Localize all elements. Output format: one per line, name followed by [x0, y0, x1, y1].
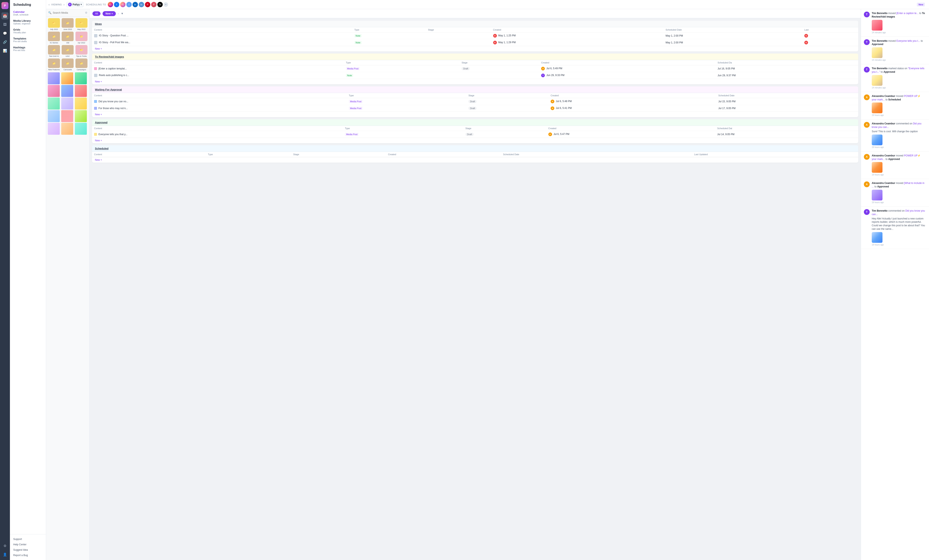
activity-thumb[interactable]: [872, 47, 883, 58]
table-row[interactable]: Reels auto publishing is c... Note T Jun…: [92, 72, 858, 79]
folder-campaigns[interactable]: 📁 Campaigns: [75, 58, 88, 71]
nav-icon-link[interactable]: 🔗: [2, 38, 8, 46]
top-bar: ‹ VIEWING › P Pallyy ▾ SCHEDULING TO IG …: [46, 0, 929, 9]
media-thumb[interactable]: [61, 123, 73, 135]
media-thumb[interactable]: [48, 110, 60, 122]
sidebar-item-media-library[interactable]: Media Library Upload, organize: [10, 18, 46, 26]
sidebar-item-templates[interactable]: Templates Pre-set drafts: [10, 35, 46, 44]
icon-sidebar: P 📅 🖼 💬 🔗 📊 ⚙ 👤: [0, 0, 10, 560]
row-thumb: [94, 133, 97, 136]
new-post-button[interactable]: New +: [103, 11, 116, 16]
row-avatar: A: [550, 106, 554, 110]
new-approved-row-button[interactable]: New +: [92, 138, 858, 143]
activity-target[interactable]: [Enter a caption te...: [896, 12, 918, 15]
activity-thumb[interactable]: [872, 75, 883, 86]
add-social-button[interactable]: +: [164, 2, 168, 7]
table-row[interactable]: [Enter a caption templat... Media Post D…: [92, 65, 858, 72]
nav-icon-settings[interactable]: ⚙: [2, 542, 8, 549]
activity-target[interactable]: Everyone tells you t...: [896, 40, 920, 42]
sidebar-support[interactable]: Support: [10, 536, 46, 542]
media-thumb[interactable]: [48, 123, 60, 135]
folder-new-features[interactable]: 📁 New Features: [48, 58, 60, 71]
sidebar-item-calendar[interactable]: Calendar Draft, schedule: [10, 9, 46, 18]
sidebar-item-grids[interactable]: Grids Visually plan: [10, 26, 46, 35]
row-scheduled: Jul 16, 9:05 PM: [716, 65, 858, 72]
activity-thumb[interactable]: [872, 103, 883, 113]
media-settings-icon[interactable]: ⚙: [85, 11, 87, 14]
sidebar-item-hashtags[interactable]: Hashtags Pre-set lists: [10, 44, 46, 53]
new-review-row-button[interactable]: New +: [92, 79, 858, 84]
table-row[interactable]: Everyone tells you that y... Media Post …: [92, 131, 858, 138]
folder-old[interactable]: 📁 Old: [61, 32, 74, 44]
folder-june-2022[interactable]: 📁 June 2022: [61, 18, 74, 31]
media-thumb[interactable]: [61, 85, 73, 97]
folder-test-grid[interactable]: 📁 Test Grid #1: [48, 45, 60, 57]
brand-selector[interactable]: P Pallyy ▾: [66, 2, 84, 7]
media-thumb[interactable]: [75, 85, 87, 97]
social-icon-linkedin[interactable]: in: [133, 2, 138, 7]
social-icon-facebook[interactable]: f: [114, 2, 119, 7]
section-title-review[interactable]: To Review/Add images: [95, 55, 124, 58]
section-title-scheduled[interactable]: Scheduled: [95, 147, 109, 150]
folder-tips-tricks[interactable]: 📁 Tips & Tricks: [75, 45, 88, 57]
new-waiting-row-button[interactable]: New +: [92, 112, 858, 117]
social-icon-tiktok[interactable]: Tk: [157, 2, 163, 7]
col-created: Created: [546, 126, 715, 131]
section-title-waiting[interactable]: Waiting For Approval: [95, 88, 122, 91]
nav-forward-button[interactable]: ›: [63, 3, 64, 6]
new-ideas-row-button[interactable]: New +: [92, 46, 858, 52]
filter-all[interactable]: All: [92, 11, 101, 16]
media-thumb[interactable]: [75, 110, 87, 122]
social-icon-instagram-2[interactable]: IG: [120, 2, 126, 7]
nav-icon-analytics[interactable]: 📊: [2, 47, 8, 54]
media-thumb[interactable]: [75, 123, 87, 135]
media-thumb[interactable]: [48, 98, 60, 110]
social-icon-instagram[interactable]: IG: [108, 2, 113, 7]
social-icon-facebook-2[interactable]: f: [126, 2, 132, 7]
row-scheduled: May 1, 2:00 PM: [664, 32, 802, 39]
filter-icon[interactable]: ▼: [121, 12, 123, 15]
media-thumb[interactable]: [75, 72, 87, 84]
row-avatar: G: [493, 34, 497, 38]
activity-destination: Approved: [872, 43, 883, 46]
sidebar-report-bug[interactable]: Report a Bug: [10, 552, 46, 558]
activity-thumb[interactable]: [872, 20, 883, 31]
social-icon-linkedin-2[interactable]: in: [139, 2, 144, 7]
activity-thumb[interactable]: [872, 162, 883, 173]
activity-thumb[interactable]: [872, 232, 883, 243]
sidebar-help-center[interactable]: Help Center: [10, 542, 46, 547]
nav-back-button[interactable]: ‹: [49, 3, 50, 6]
row-scheduled: Jul 17, 9:05 PM: [716, 105, 858, 112]
folder-july-2022[interactable]: 📁 July 2022: [48, 18, 60, 31]
table-row[interactable]: IG Story - Question Post ... Note G May …: [92, 32, 858, 39]
activity-thumb[interactable]: [872, 135, 883, 145]
section-title-approved[interactable]: Approved: [95, 121, 107, 124]
folder-apr-2022[interactable]: 📁 Apr 2022: [75, 32, 88, 44]
nav-icon-user[interactable]: 👤: [2, 551, 8, 558]
new-scheduled-row-button[interactable]: New +: [92, 157, 858, 163]
social-icon-pinterest[interactable]: P: [145, 2, 150, 7]
search-input[interactable]: [53, 11, 84, 14]
folder-ugc[interactable]: 📁 UGC: [61, 45, 74, 57]
nav-icon-media[interactable]: 🖼: [2, 21, 8, 28]
collapse-button[interactable]: ‹: [118, 12, 119, 15]
folder-ig-stories[interactable]: 📁 IG Stories: [48, 32, 60, 44]
sidebar-suggest-idea[interactable]: Suggest Idea: [10, 547, 46, 552]
activity-thumb[interactable]: [872, 190, 883, 200]
table-row[interactable]: Did you know you can no... Media Post Dr…: [92, 98, 858, 105]
nav-icon-chat[interactable]: 💬: [2, 30, 8, 37]
media-thumb[interactable]: [61, 98, 73, 110]
section-title-ideas[interactable]: Ideas: [95, 22, 102, 25]
media-thumb[interactable]: [61, 72, 73, 84]
nav-icon-calendar[interactable]: 📅: [2, 12, 8, 20]
media-thumb[interactable]: [48, 72, 60, 84]
col-last-updated: Last Updated: [692, 152, 858, 157]
media-thumb[interactable]: [75, 98, 87, 110]
media-thumb[interactable]: [61, 110, 73, 122]
folder-carousels[interactable]: 📁 Carousels: [61, 58, 74, 71]
table-row[interactable]: For those who may not k... Media Post Dr…: [92, 105, 858, 112]
media-thumb[interactable]: [48, 85, 60, 97]
folder-may-2022[interactable]: 📁 May 2022: [75, 18, 88, 31]
table-row[interactable]: IG Story - Poll Post We wa... Note G May…: [92, 39, 858, 46]
social-icon-pinterest-2[interactable]: P: [151, 2, 156, 7]
